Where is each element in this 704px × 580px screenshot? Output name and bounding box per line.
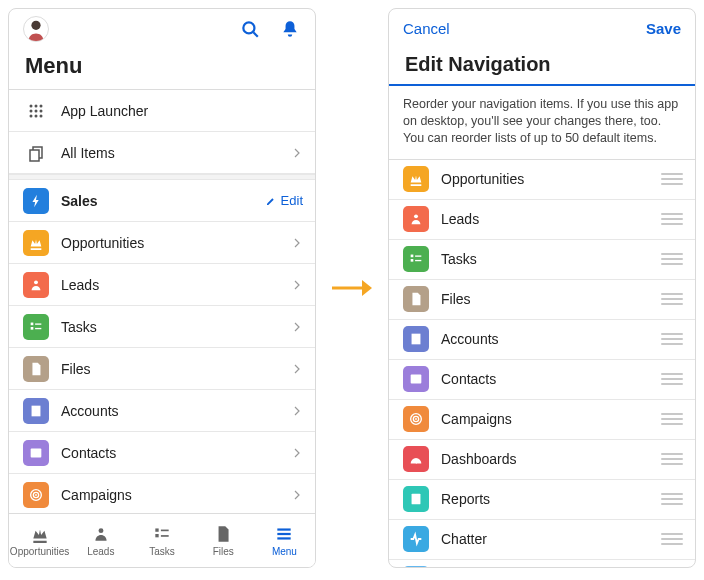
contact-icon (23, 440, 49, 466)
edit-navigation-screen: Cancel Save Edit Navigation Reorder your… (388, 8, 696, 568)
row-label: All Items (61, 145, 291, 161)
tab-menu[interactable]: Menu (254, 514, 315, 567)
drag-handle-icon[interactable] (661, 173, 683, 185)
reorder-row-files[interactable]: Files (389, 280, 695, 320)
drag-handle-icon[interactable] (661, 293, 683, 305)
app-launcher-icon (23, 98, 49, 124)
row-tasks[interactable]: Tasks (9, 306, 315, 348)
chevron-right-icon (291, 320, 303, 334)
doc-icon (23, 356, 49, 382)
building-icon (403, 326, 429, 352)
row-label: Contacts (61, 445, 291, 461)
reorder-row-chatter[interactable]: Chatter (389, 520, 695, 560)
edit-label: Edit (281, 193, 303, 208)
save-button[interactable]: Save (646, 20, 681, 37)
crown-icon (23, 230, 49, 256)
drag-handle-icon[interactable] (661, 413, 683, 425)
drag-handle-icon[interactable] (661, 453, 683, 465)
instructions-text: Reorder your navigation items. If you us… (389, 86, 695, 159)
tab-opportunities[interactable]: Opportunities (9, 514, 70, 567)
doc-icon (213, 524, 233, 544)
row-files[interactable]: Files (9, 348, 315, 390)
pencil-icon (265, 195, 277, 207)
building-icon (23, 398, 49, 424)
row-all-items[interactable]: All Items (9, 132, 315, 174)
row-accounts[interactable]: Accounts (9, 390, 315, 432)
reorder-row-campaigns[interactable]: Campaigns (389, 400, 695, 440)
edit-link[interactable]: Edit (265, 193, 303, 208)
tab-label: Menu (272, 546, 297, 557)
group-icon (403, 566, 429, 567)
drag-handle-icon[interactable] (661, 533, 683, 545)
tab-label: Opportunities (10, 546, 69, 557)
row-label: Campaigns (441, 411, 661, 427)
row-app-launcher[interactable]: App Launcher (9, 90, 315, 132)
avatar[interactable] (23, 16, 49, 42)
sales-icon (23, 188, 49, 214)
drag-handle-icon[interactable] (661, 253, 683, 265)
chevron-right-icon (291, 362, 303, 376)
drag-handle-icon[interactable] (661, 493, 683, 505)
menu-icon (274, 524, 294, 544)
reorder-row-opportunities[interactable]: Opportunities (389, 160, 695, 200)
row-label: Tasks (61, 319, 291, 335)
row-label: Leads (61, 277, 291, 293)
reorder-row-dashboards[interactable]: Dashboards (389, 440, 695, 480)
svg-point-35 (31, 21, 40, 30)
row-opportunities[interactable]: Opportunities (9, 222, 315, 264)
drag-handle-icon[interactable] (661, 333, 683, 345)
cancel-button[interactable]: Cancel (403, 20, 450, 37)
star-person-icon (403, 206, 429, 232)
row-label: Opportunities (61, 235, 291, 251)
tab-label: Files (213, 546, 234, 557)
tab-label: Leads (87, 546, 114, 557)
tab-leads[interactable]: Leads (70, 514, 131, 567)
row-campaigns[interactable]: Campaigns (9, 474, 315, 513)
page-title: Edit Navigation (389, 47, 695, 86)
chevron-right-icon (291, 488, 303, 502)
star-person-icon (23, 272, 49, 298)
row-label: Files (61, 361, 291, 377)
search-icon[interactable] (239, 18, 261, 40)
row-label: Campaigns (61, 487, 291, 503)
row-label: Contacts (441, 371, 661, 387)
row-sales[interactable]: Sales Edit (9, 180, 315, 222)
checklist-icon (403, 246, 429, 272)
drag-handle-icon[interactable] (661, 213, 683, 225)
drag-handle-icon[interactable] (661, 373, 683, 385)
doc-icon (403, 286, 429, 312)
chevron-right-icon (291, 446, 303, 460)
reorder-row-accounts[interactable]: Accounts (389, 320, 695, 360)
crown-icon (403, 166, 429, 192)
row-label: Sales (61, 193, 265, 209)
row-label: Files (441, 291, 661, 307)
row-leads[interactable]: Leads (9, 264, 315, 306)
pulse-icon (403, 526, 429, 552)
reorder-row-reports[interactable]: Reports (389, 480, 695, 520)
reorder-row-contacts[interactable]: Contacts (389, 360, 695, 400)
tab-files[interactable]: Files (193, 514, 254, 567)
reorder-row-leads[interactable]: Leads (389, 200, 695, 240)
chevron-right-icon (291, 146, 303, 160)
tab-bar: Opportunities Leads Tasks Files Menu (9, 513, 315, 567)
tab-tasks[interactable]: Tasks (131, 514, 192, 567)
all-items-icon (23, 140, 49, 166)
notifications-icon[interactable] (279, 18, 301, 40)
reorder-row-groups[interactable]: Groups (389, 560, 695, 567)
crown-icon (30, 524, 50, 544)
row-label: Accounts (61, 403, 291, 419)
row-label: Accounts (441, 331, 661, 347)
row-label: Leads (441, 211, 661, 227)
row-label: App Launcher (61, 103, 303, 119)
row-label: Opportunities (441, 171, 661, 187)
row-label: Dashboards (441, 451, 661, 467)
tab-label: Tasks (149, 546, 175, 557)
chevron-right-icon (291, 236, 303, 250)
reorder-row-tasks[interactable]: Tasks (389, 240, 695, 280)
contact-icon (403, 366, 429, 392)
page-title: Menu (9, 49, 315, 89)
top-bar (9, 9, 315, 49)
row-contacts[interactable]: Contacts (9, 432, 315, 474)
row-label: Tasks (441, 251, 661, 267)
edit-list: Opportunities Leads Tasks Files Accounts… (389, 160, 695, 567)
